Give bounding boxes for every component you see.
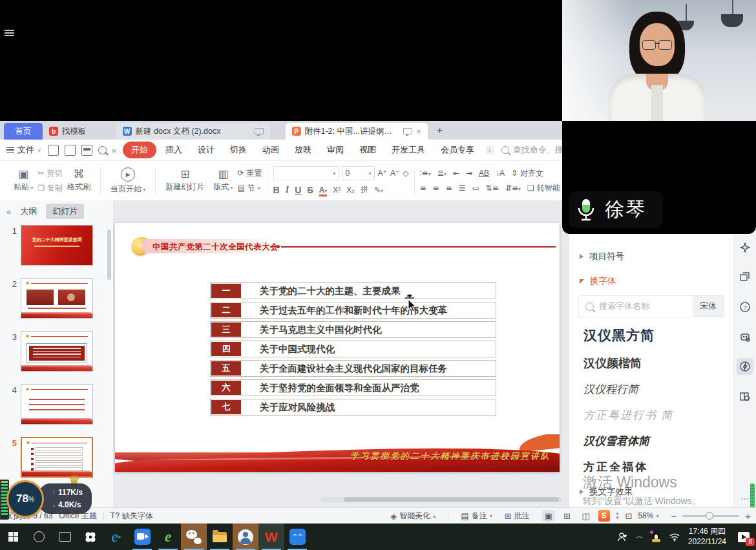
meeting-app-button[interactable] xyxy=(129,524,155,550)
highlight-button[interactable]: ✎▾ xyxy=(374,185,383,195)
normal-view-button[interactable]: ▣ xyxy=(542,510,555,522)
line-spacing-icon[interactable]: ⇅≡ xyxy=(486,184,499,193)
assistant-robot-icon[interactable] xyxy=(737,328,753,345)
ribbon-tab-视图[interactable]: 视图 xyxy=(353,142,383,158)
zoom-out-button[interactable]: − xyxy=(671,511,677,522)
slide-thumbnail[interactable] xyxy=(21,278,93,319)
format-painter-button[interactable]: ⌘ 格式刷 xyxy=(63,169,95,193)
tab-outline[interactable]: 大纲 xyxy=(20,206,37,217)
tab-writer-document[interactable]: W 新建 docx 文档 (2).docx xyxy=(116,123,270,140)
bullets-section-header[interactable]: 项目符号 xyxy=(569,248,733,266)
font-search-box[interactable]: 搜索字体名称 宋体 xyxy=(578,295,724,317)
text-direction-icon[interactable]: AB xyxy=(479,169,489,178)
tab-close-icon[interactable]: × xyxy=(416,127,421,136)
agenda-row[interactable]: 四关于中国式现代化 xyxy=(210,341,496,357)
file-menu[interactable]: 文件 ∨ xyxy=(6,144,41,156)
new-file-icon[interactable] xyxy=(48,145,59,156)
slide-editor[interactable]: 中国共产党第二十次全国代表大会 一关于党的二十大的主题、主要成果二关于过去五年的… xyxy=(115,223,560,472)
cut-button[interactable]: ✂剪切 xyxy=(37,168,63,179)
missing-font-warning[interactable]: T? 缺失字体 xyxy=(110,511,153,522)
pinyin-guide-button[interactable]: 拼 xyxy=(361,184,368,195)
ribbon-tab-设计[interactable]: 设计 xyxy=(191,142,221,158)
help-icon[interactable]: ? xyxy=(737,299,753,315)
taskbar-clock[interactable]: 17:46 周四 2022/11/24 xyxy=(688,527,726,547)
docs-app-button[interactable]: ⌃⌃ xyxy=(284,524,310,550)
reset-button[interactable]: ⟳重置 xyxy=(238,168,262,179)
ai-sparkle-icon[interactable] xyxy=(737,239,753,256)
font-list-item[interactable]: 方正全福体 xyxy=(583,460,733,474)
slideshow-spinner[interactable]: ▲▼ xyxy=(616,511,620,520)
play-from-current-button[interactable]: ▶ 当页开始 ▾ xyxy=(106,167,150,195)
reading-view-button[interactable]: ◫ xyxy=(580,510,593,522)
align-text-button[interactable]: ⇕对齐文 xyxy=(511,168,543,179)
increase-font-icon[interactable]: A⁺ xyxy=(378,169,387,178)
new-tab-button[interactable]: + xyxy=(437,124,443,137)
new-slide-button[interactable]: ⊞ 新建幻灯片 xyxy=(161,169,209,193)
smart-convert-button[interactable]: ❏转智能 xyxy=(527,183,560,194)
align-right-icon[interactable]: ≡ xyxy=(446,184,452,193)
increase-indent-icon[interactable]: ⇥ xyxy=(466,169,472,178)
slideshow-button[interactable]: S xyxy=(598,510,610,522)
meeting-video-overlay[interactable]: 徐琴 xyxy=(562,0,756,234)
battery-percent-badge[interactable]: 78% xyxy=(6,480,44,518)
comments-button[interactable]: ⊞ 批注 xyxy=(505,511,530,522)
ribbon-tab-审阅[interactable]: 审阅 xyxy=(320,142,350,158)
notification-center-button[interactable]: 8 xyxy=(734,527,753,547)
bullet-list-icon[interactable]: ∶≡▾ xyxy=(420,169,431,178)
align-center-icon[interactable]: ≡ xyxy=(433,184,439,193)
smart-features-icon[interactable] xyxy=(737,358,753,375)
slide-sorter-view-button[interactable]: ⊞ xyxy=(561,510,574,522)
font-list-item[interactable]: 汉仪程行简 xyxy=(583,382,733,397)
ribbon-overflow-icon[interactable]: › xyxy=(486,145,494,154)
paragraph-spacing-icon[interactable]: ⇵≡▾ xyxy=(505,184,521,193)
layout-button[interactable]: ▥ 版式 ▾ xyxy=(209,169,237,193)
slide-thumbnail[interactable] xyxy=(21,384,93,425)
ribbon-tab-会员专享[interactable]: 会员专享 xyxy=(434,142,481,158)
strikethrough-button[interactable]: S xyxy=(307,185,313,195)
ribbon-tab-开发工具[interactable]: 开发工具 xyxy=(385,142,432,158)
sort-icon[interactable]: ↓A xyxy=(496,169,505,178)
beautify-button[interactable]: ◈ 智能美化▴ xyxy=(390,511,436,522)
zoom-slider[interactable] xyxy=(682,515,739,517)
agenda-row[interactable]: 一关于党的二十大的主题、主要成果 xyxy=(210,282,496,299)
notes-button[interactable]: ▤ 备注▾ xyxy=(461,511,492,522)
agenda-row[interactable]: 五关于全面建设社会主义现代化国家的目标任务 xyxy=(210,360,496,377)
font-list-item[interactable]: 方正粤进行书 简 xyxy=(583,408,733,423)
cortana-button[interactable] xyxy=(26,524,52,550)
zoom-slider-knob[interactable] xyxy=(706,512,713,520)
task-view-button[interactable] xyxy=(52,524,78,550)
green-browser-button[interactable]: e xyxy=(155,524,181,550)
ribbon-tab-动画[interactable]: 动画 xyxy=(256,142,286,158)
pinwheel-app-button[interactable] xyxy=(78,524,103,550)
ribbon-tab-放映[interactable]: 放映 xyxy=(288,142,318,158)
section-button[interactable]: ▤节▾ xyxy=(238,183,262,194)
more-commands-icon[interactable]: » xyxy=(112,145,116,155)
agenda-row[interactable]: 六关于坚持党的全面领导和全面从严治党 xyxy=(210,379,496,396)
ribbon-tab-切换[interactable]: 切换 xyxy=(224,142,253,158)
file-explorer-button[interactable] xyxy=(207,524,233,550)
distribute-icon[interactable]: ▭ xyxy=(472,184,479,193)
numbered-list-icon[interactable]: ≣▾ xyxy=(437,169,446,178)
qq-tray-icon[interactable] xyxy=(651,531,661,542)
font-list-item[interactable]: 汉仪雪君体简 xyxy=(583,434,733,449)
thumbnail-scrollbar[interactable] xyxy=(107,229,111,280)
font-color-button[interactable]: A▾ xyxy=(319,185,328,195)
current-font-chip[interactable]: 宋体 xyxy=(693,296,724,317)
wps-office-button[interactable]: W xyxy=(258,524,284,550)
justify-icon[interactable]: ☰ xyxy=(459,184,466,193)
font-list-item[interactable]: 汉仪颜楷简 xyxy=(583,355,733,371)
copy-button[interactable]: ❐复制 xyxy=(37,183,63,194)
tab-ppt-document-active[interactable]: P 附件1-2: 中国...讲提纲（PPT） × xyxy=(286,123,428,140)
document-search-icon[interactable] xyxy=(737,388,753,405)
ribbon-tab-插入[interactable]: 插入 xyxy=(159,142,189,158)
agenda-row[interactable]: 二关于过去五年的工作和新时代十年的伟大变革 xyxy=(210,302,496,319)
change-font-section-header[interactable]: 换字体 xyxy=(569,272,733,290)
text-effect-section-header[interactable]: 换文字效果 xyxy=(569,483,733,501)
zoom-in-button[interactable]: + xyxy=(745,511,751,522)
tab-slides[interactable]: 幻灯片 xyxy=(46,204,84,219)
paste-button[interactable]: ▣ 粘贴 ▾ xyxy=(9,169,37,193)
preview-icon[interactable] xyxy=(98,146,107,154)
switch-window-icon[interactable] xyxy=(737,269,753,286)
agenda-row[interactable]: 三关于马克思主义中国化时代化 xyxy=(210,321,496,338)
ie-browser-button[interactable]: e▸ xyxy=(103,524,129,550)
